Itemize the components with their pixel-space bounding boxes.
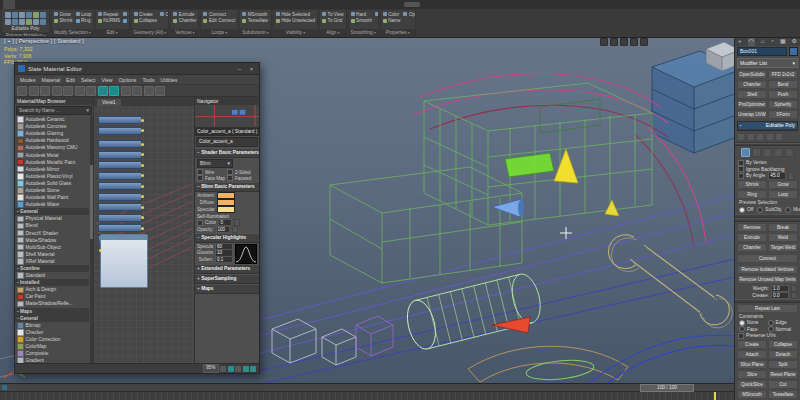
shader-basic-rollout-header[interactable]: Shader Basic Parameters [195,148,259,158]
ribbon-tab[interactable] [29,0,41,9]
ribbon-button[interactable]: Cap Poly [160,11,168,18]
material-editor-titlebar[interactable]: Slate Material Editor – × [15,63,259,75]
material-browser-item[interactable]: - Maps [15,308,89,315]
collapsed-rollout-header[interactable]: Maps [195,284,259,294]
material-browser-item[interactable]: Autodesk Water [15,201,89,208]
material-browser-item[interactable]: - Scanline [15,265,89,272]
ribbon-button[interactable]: Opacity 100 [403,11,414,18]
edit-geometry-button[interactable]: MSmooth [737,390,767,399]
material-browser-item[interactable]: DirectX Shader [15,230,89,237]
edit-vertices-button[interactable]: Weld [768,233,798,242]
edit-geometry-button[interactable]: Create [737,340,767,349]
modifier-list-dropdown[interactable]: Modifier List▾ [737,58,798,68]
edit-geometry-button[interactable]: QuickSlice [737,380,767,389]
shader-type-dropdown[interactable]: Blinn▾ [197,159,233,168]
gizmo-blue-cone[interactable] [492,199,522,217]
pin-stack-icon[interactable] [737,133,745,141]
time-slider-handle[interactable]: 100 / 100 [640,384,694,392]
material-browser-item[interactable]: Standard [15,272,89,279]
modifier-stack-item[interactable]: Editable Poly [738,122,797,129]
select-by-material-icon[interactable] [155,86,165,96]
ribbon-button[interactable]: Chamfer [173,18,196,25]
zoom-region-icon[interactable] [220,366,226,372]
modify-tab-icon[interactable]: ◠ [748,37,755,46]
modifier-button[interactable]: Spherify [768,100,798,109]
select-scale-icon[interactable] [630,38,638,46]
node-canvas[interactable] [94,106,194,363]
color-swatch[interactable] [217,199,235,206]
ribbon-tab[interactable] [42,0,54,9]
ribbon-section-label[interactable]: Properties [381,29,415,36]
material-browser-item[interactable]: Matte/Shadow [15,237,89,244]
select-rotate-icon[interactable] [620,38,628,46]
menu-item[interactable]: Edit [63,77,78,83]
material-name-field[interactable]: Color_accent_a [196,137,258,147]
modifier-button[interactable]: Unwrap UVW [737,110,767,119]
menu-item[interactable]: Material [39,77,63,83]
edit-geometry-button[interactable]: Split [768,360,798,369]
material-browser-item[interactable]: Physical Material [15,215,89,222]
search-input[interactable]: Search by Name ...▾ [16,106,92,115]
zoom-extents-icon[interactable] [243,366,249,372]
ribbon-button[interactable]: Cut [123,18,128,25]
slate-material-editor-window[interactable]: Slate Material Editor – × ModesMaterialE… [14,62,260,374]
selection-button[interactable]: Shrink [737,180,767,189]
gizmo-yellow-cone[interactable] [554,149,578,183]
put-to-library-icon[interactable] [40,86,50,96]
material-node[interactable] [98,224,142,232]
edit-geometry-button[interactable]: Cut [768,380,798,389]
material-browser-item[interactable]: Gradient [15,357,89,363]
specular-highlights-header[interactable]: Specular Highlights [195,233,259,243]
material-browser-item[interactable]: Shell Material [15,251,89,258]
make-unique-icon[interactable] [756,133,764,141]
material-browser-item[interactable]: - General [15,315,89,322]
edit-geometry-button[interactable]: Slice [737,370,767,379]
time-slider[interactable]: 100 / 100 [0,384,735,392]
color-swatch[interactable] [217,206,235,213]
material-node[interactable] [98,140,142,148]
selection-button[interactable]: Ring [737,190,767,199]
node-view-tab[interactable]: View1 [96,98,122,106]
material-browser-item[interactable]: Autodesk Glazing [15,130,89,137]
material-browser-item[interactable]: Autodesk Concrete [15,123,89,130]
material-node[interactable] [98,182,142,190]
show-shaded-material-in-viewport-icon[interactable] [98,86,108,96]
ribbon-section-label[interactable]: Geometry (All) [132,29,169,36]
navigator-minimap[interactable] [195,105,259,128]
connect-button[interactable]: Connect [737,254,798,263]
ribbon-section-label[interactable]: Modify Selection [52,29,93,36]
polygon-modeling-subobject-icons[interactable] [2,10,49,25]
edit-geometry-button[interactable]: Attach [737,350,767,359]
snap-toggle-icon[interactable] [640,38,648,46]
modifier-button[interactable]: XForm [768,110,798,119]
border-subobject-icon[interactable] [763,148,772,157]
delete-selected-icon[interactable] [63,86,73,96]
utilities-tab-icon[interactable]: ⚙ [792,37,797,46]
viewport-label[interactable]: [ + ] [ Perspective ] [ Standard ] [4,38,84,44]
browser-header[interactable]: Material/Map Browser [15,97,93,105]
edit-geometry-button[interactable]: Reset Plane [768,370,798,379]
material-node[interactable] [98,151,142,159]
material-node[interactable] [98,172,142,180]
material-node[interactable] [98,193,142,201]
zoom-icon[interactable] [228,366,234,372]
by-angle-checkbox[interactable]: By Angle: [738,173,766,180]
gizmo-yellow-cone-small[interactable] [605,200,619,216]
ribbon-tab[interactable] [55,0,67,9]
ribbon-tab[interactable] [16,0,28,9]
ribbon-section-label[interactable]: Visibility [274,29,317,36]
ribbon-button[interactable]: Edit Connect [203,18,235,25]
object-name-field[interactable]: Box001 [737,47,787,56]
hierarchy-tab-icon[interactable]: ⌂ [761,37,765,46]
selection-button[interactable]: Loop [768,190,798,199]
menu-item[interactable]: Select [78,77,98,83]
edit-vertices-button[interactable]: Chamfer [737,243,767,252]
material-node[interactable] [98,127,142,135]
shader-option-checkbox[interactable]: Faceted [227,175,257,181]
ribbon-button[interactable]: NURMS [98,18,120,25]
modifier-button[interactable]: OpenSubdiv [737,70,767,79]
layout-children-icon[interactable] [132,86,142,96]
ribbon-section-label[interactable]: Subdivision [240,29,271,36]
polygon-subobject-icon[interactable] [774,148,783,157]
material-node[interactable] [98,214,142,222]
